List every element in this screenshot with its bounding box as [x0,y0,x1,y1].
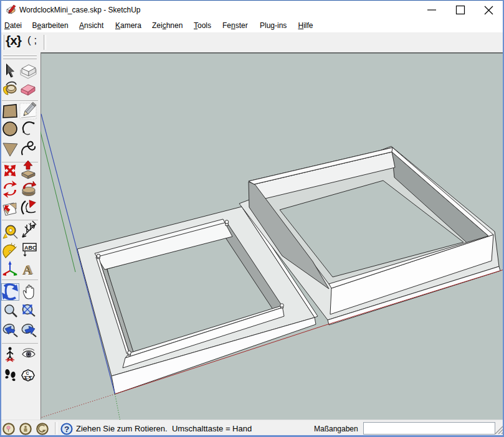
svg-text:?: ? [64,425,69,434]
svg-text:A-5: A-5 [24,376,31,380]
svg-text:ABC: ABC [24,245,37,251]
svg-text:C: C [26,371,29,375]
svg-text:A: A [24,261,34,277]
